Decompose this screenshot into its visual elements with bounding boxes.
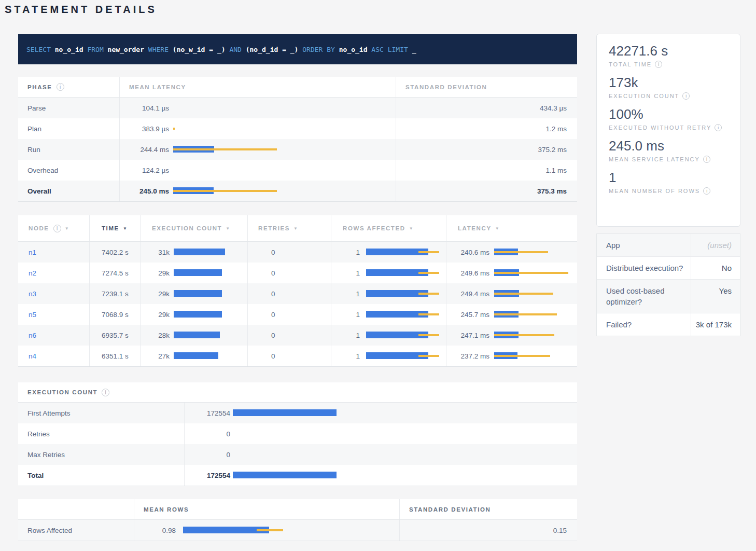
time-value: 7274.5 s bbox=[89, 263, 140, 283]
latency-cell: 240.6 ms bbox=[446, 242, 577, 263]
rows-affected-bar bbox=[366, 290, 439, 298]
phase-name: Run bbox=[18, 139, 119, 160]
standard-deviation-column-header: STANDARD DEVIATION bbox=[396, 77, 577, 97]
execution-count-cell: 28k bbox=[140, 325, 247, 346]
rows-affected-column-header[interactable]: ROWS AFFECTED bbox=[331, 215, 446, 241]
sql-keyword: ASC LIMIT bbox=[368, 46, 412, 53]
stddev-bar bbox=[418, 313, 439, 315]
sort-arrow-icon[interactable] bbox=[65, 226, 70, 231]
info-icon[interactable] bbox=[715, 124, 722, 131]
stddev-bar bbox=[494, 313, 557, 315]
node-link[interactable]: n6 bbox=[29, 332, 36, 339]
sql-identifier: no_o_id bbox=[55, 46, 83, 53]
execution-count-cell: 31k bbox=[140, 242, 247, 263]
time-value: 7402.2 s bbox=[89, 242, 140, 263]
mean-rows-column-header: MEAN ROWS bbox=[134, 499, 399, 519]
rows-affected-bar bbox=[366, 269, 439, 277]
execution-count-column-header[interactable]: EXECUTION COUNT bbox=[140, 215, 247, 241]
time-column-header[interactable]: TIME bbox=[89, 215, 140, 241]
stat-total-time: 42271.6 s TOTAL TIME bbox=[609, 43, 740, 68]
stddev-bar bbox=[418, 334, 439, 336]
sort-arrow-icon[interactable] bbox=[293, 226, 299, 231]
execution-count-bar bbox=[174, 269, 231, 277]
execution-count-cell: 27k bbox=[140, 346, 247, 366]
sort-arrow-icon[interactable] bbox=[409, 226, 414, 231]
sort-arrow-icon[interactable] bbox=[495, 226, 500, 231]
sql-keyword: SELECT bbox=[26, 46, 55, 53]
rows-affected-bar bbox=[366, 331, 439, 339]
summary-stats-card: 42271.6 s TOTAL TIME 173k EXECUTION COUN… bbox=[596, 34, 740, 227]
stat-label-text: EXECUTED WITHOUT RETRY bbox=[609, 125, 711, 131]
stat-label-text: MEAN NUMBER OF ROWS bbox=[609, 188, 700, 194]
table-row-total: Total 172554 bbox=[18, 465, 577, 486]
rows-affected-cell: 1 bbox=[331, 325, 446, 346]
latency-cell: 247.1 ms bbox=[446, 325, 577, 346]
execution-count-cell: 29k bbox=[140, 304, 247, 325]
mean-latency-value: 383.9 µs bbox=[120, 125, 169, 133]
detail-row-failed: Failed? 3k of 173k bbox=[597, 313, 740, 336]
latency-cell: 237.2 ms bbox=[446, 346, 577, 366]
latency-cell: 245.7 ms bbox=[446, 304, 577, 325]
sql-keyword: WHERE bbox=[144, 46, 173, 53]
sort-arrow-icon[interactable] bbox=[123, 226, 128, 231]
mean-rows-header-label: MEAN ROWS bbox=[144, 506, 189, 513]
sql-keyword: FROM bbox=[83, 46, 108, 53]
latency-bar bbox=[173, 125, 279, 133]
row-label: Rows Affected bbox=[18, 520, 134, 541]
latency-value: 245.7 ms bbox=[446, 311, 489, 319]
stat-value: 173k bbox=[609, 75, 740, 91]
stddev-bar bbox=[418, 293, 439, 295]
retries-column-header[interactable]: RETRIES bbox=[247, 215, 331, 241]
info-icon[interactable] bbox=[703, 156, 710, 163]
node-link[interactable]: n4 bbox=[29, 352, 36, 360]
count-bar bbox=[174, 269, 222, 276]
rows-affected-cell: 1 bbox=[331, 263, 446, 283]
sort-arrow-icon[interactable] bbox=[226, 226, 231, 231]
sql-identifier: new_order bbox=[108, 46, 144, 53]
stddev-bar bbox=[173, 190, 277, 192]
node-link[interactable]: n5 bbox=[29, 311, 36, 319]
sql-identifier: _ bbox=[412, 46, 416, 53]
node-link[interactable]: n2 bbox=[29, 269, 36, 277]
node-column-header[interactable]: NODE bbox=[18, 215, 89, 241]
stddev-value: 1.2 ms bbox=[396, 118, 577, 139]
stat-label-text: EXECUTION COUNT bbox=[609, 93, 679, 99]
node-link[interactable]: n3 bbox=[29, 290, 36, 298]
info-icon[interactable] bbox=[53, 225, 61, 232]
stat-label: EXECUTION COUNT bbox=[609, 92, 740, 100]
stat-value: 245.0 ms bbox=[609, 138, 740, 154]
table-header-row: NODE TIME EXECUTION COUNT RETRIES ROWS A… bbox=[18, 215, 577, 242]
info-icon[interactable] bbox=[102, 389, 109, 396]
count-bar bbox=[233, 430, 339, 438]
rows-affected-value: 1 bbox=[331, 311, 360, 319]
time-value: 7239.1 s bbox=[89, 283, 140, 304]
count-value: 0 bbox=[185, 451, 230, 459]
detail-label: Used cost-based optimizer? bbox=[597, 280, 691, 313]
stddev-bar bbox=[494, 355, 550, 357]
count-bar bbox=[174, 352, 218, 359]
detail-value: Yes bbox=[691, 280, 740, 313]
mean-latency-value: 244.4 ms bbox=[120, 146, 169, 154]
count-bar bbox=[233, 409, 339, 417]
stat-mean-number-of-rows: 1 MEAN NUMBER OF ROWS bbox=[609, 170, 740, 195]
info-icon[interactable] bbox=[682, 92, 690, 100]
rows-affected-value: 1 bbox=[331, 249, 360, 256]
latency-bar bbox=[494, 290, 572, 298]
latency-column-header[interactable]: LATENCY bbox=[446, 215, 577, 241]
table-row: Parse 104.1 µs 434.3 µs bbox=[18, 98, 577, 118]
mean-rows-cell: 0.98 bbox=[134, 520, 399, 541]
retries-value: 0 bbox=[247, 325, 331, 346]
node-link[interactable]: n1 bbox=[29, 249, 36, 256]
info-icon[interactable] bbox=[655, 61, 662, 68]
table-header-row: MEAN ROWS STANDARD DEVIATION bbox=[18, 499, 577, 520]
info-icon[interactable] bbox=[57, 83, 64, 91]
rows-affected-bar bbox=[366, 248, 439, 256]
latency-bar bbox=[494, 269, 572, 277]
retries-value: 0 bbox=[247, 346, 331, 366]
latency-cell: 249.4 ms bbox=[446, 283, 577, 304]
page-title: STATEMENT DETAILS bbox=[5, 4, 157, 16]
info-icon[interactable] bbox=[703, 187, 710, 195]
stat-mean-service-latency: 245.0 ms MEAN SERVICE LATENCY bbox=[609, 138, 740, 163]
time-value: 7068.9 s bbox=[89, 304, 140, 325]
phase-name: Overhead bbox=[18, 160, 119, 181]
